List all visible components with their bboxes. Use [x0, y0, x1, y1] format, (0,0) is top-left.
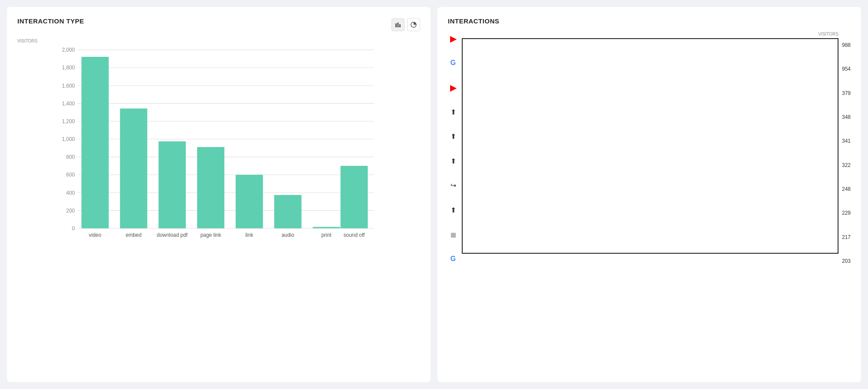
- svg-text:0: 0: [72, 226, 75, 232]
- bar-sound-off: [341, 166, 368, 228]
- bar-chart-container: 2,000 1,800 1,600 1,400 1,200 1,000 800 …: [17, 45, 420, 271]
- svg-text:1,200: 1,200: [62, 118, 75, 124]
- interactions-visitors-label: VISITORS: [462, 32, 838, 36]
- bar-chart-svg: 2,000 1,800 1,600 1,400 1,200 1,000 800 …: [17, 45, 420, 271]
- interaction-value-2: 954: [842, 66, 851, 72]
- interaction-type-panel: INTERACTION TYPE VISITORS: [7, 7, 431, 382]
- icon-forward: ↪: [448, 180, 458, 191]
- interactions-panel: INTERACTIONS ▶ G ▶ ⬆ ⬆ ⬆ ↪ ⬆ ▦ G VISITOR…: [437, 7, 861, 382]
- panel-header: INTERACTION TYPE: [17, 17, 420, 32]
- icon-youtube-2: ▶: [448, 82, 458, 93]
- svg-rect-0: [395, 23, 397, 27]
- interactions-icons-column: ▶ G ▶ ⬆ ⬆ ⬆ ↪ ⬆ ▦ G: [448, 32, 462, 266]
- svg-text:200: 200: [66, 208, 75, 214]
- svg-text:600: 600: [66, 172, 75, 178]
- bar-print: [313, 227, 340, 228]
- bar-link: [236, 175, 263, 229]
- interaction-value-3: 379: [842, 90, 851, 96]
- interaction-value-9: 217: [842, 234, 851, 240]
- left-axis-label: VISITORS: [17, 39, 420, 43]
- interaction-value-4: 348: [842, 114, 851, 120]
- bar-chart-button[interactable]: [391, 18, 404, 31]
- svg-text:1,400: 1,400: [62, 101, 75, 107]
- svg-text:print: print: [321, 232, 332, 238]
- bar-audio: [274, 195, 302, 229]
- svg-text:audio: audio: [282, 232, 295, 238]
- interaction-value-10: 203: [842, 258, 851, 264]
- svg-text:embed: embed: [126, 232, 141, 238]
- icon-google-1: G: [448, 58, 458, 68]
- svg-text:link: link: [245, 232, 253, 238]
- icon-youtube-1: ▶: [448, 33, 458, 44]
- interaction-value-7: 248: [842, 186, 851, 192]
- svg-text:1,600: 1,600: [62, 83, 75, 89]
- svg-text:page link: page link: [201, 232, 221, 238]
- interaction-value-5: 341: [842, 138, 851, 144]
- chart-type-icons: [391, 18, 420, 31]
- pie-chart-button[interactable]: [407, 18, 420, 31]
- interaction-value-6: 322: [842, 162, 851, 168]
- svg-text:sound off: sound off: [344, 232, 365, 238]
- bar-video: [82, 57, 109, 228]
- svg-text:400: 400: [66, 190, 75, 196]
- bar-page-link: [197, 147, 224, 228]
- icon-google-2: G: [448, 254, 458, 264]
- interactions-values-column: 988 954 379 348 341 322 248 229 217 203: [838, 32, 851, 266]
- interaction-value-1: 988: [842, 42, 851, 48]
- icon-grid: ▦: [448, 229, 458, 240]
- svg-text:2,000: 2,000: [62, 47, 75, 53]
- interactions-panel-title: INTERACTIONS: [448, 17, 851, 25]
- svg-text:800: 800: [66, 154, 75, 160]
- svg-text:video: video: [89, 232, 102, 238]
- bar-download-pdf: [158, 141, 186, 228]
- svg-text:1,800: 1,800: [62, 65, 75, 71]
- icon-upload-1: ⬆: [448, 107, 458, 117]
- icon-upload-3: ⬆: [448, 156, 458, 166]
- interaction-value-8: 229: [842, 210, 851, 216]
- svg-rect-1: [398, 23, 399, 27]
- icon-upload-4: ⬆: [448, 205, 458, 215]
- interactions-chart-wrapper: VISITORS: [462, 32, 838, 266]
- panel-title: INTERACTION TYPE: [17, 17, 84, 25]
- svg-text:download pdf: download pdf: [157, 232, 188, 238]
- interactions-chart-box: [462, 38, 838, 254]
- icon-upload-2: ⬆: [448, 131, 458, 142]
- bar-embed: [120, 108, 148, 228]
- svg-text:1,000: 1,000: [62, 136, 75, 142]
- svg-rect-2: [399, 24, 401, 27]
